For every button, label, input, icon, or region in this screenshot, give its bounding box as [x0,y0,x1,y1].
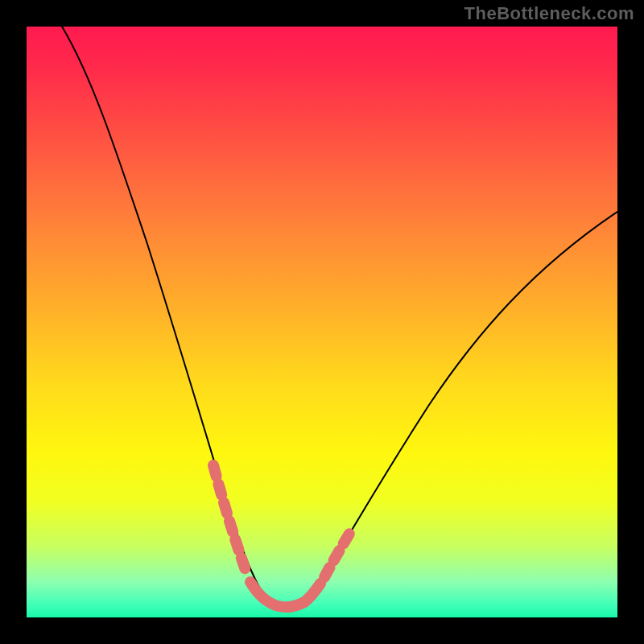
watermark-text: TheBottleneck.com [464,3,634,24]
trough-marker [250,582,320,607]
right-ascent-marker [324,530,352,577]
bottleneck-curve-svg [27,27,617,617]
bottleneck-curve-line [62,27,617,611]
chart-frame: TheBottleneck.com [0,0,644,644]
left-descent-marker [213,465,246,570]
plot-area [27,27,617,617]
